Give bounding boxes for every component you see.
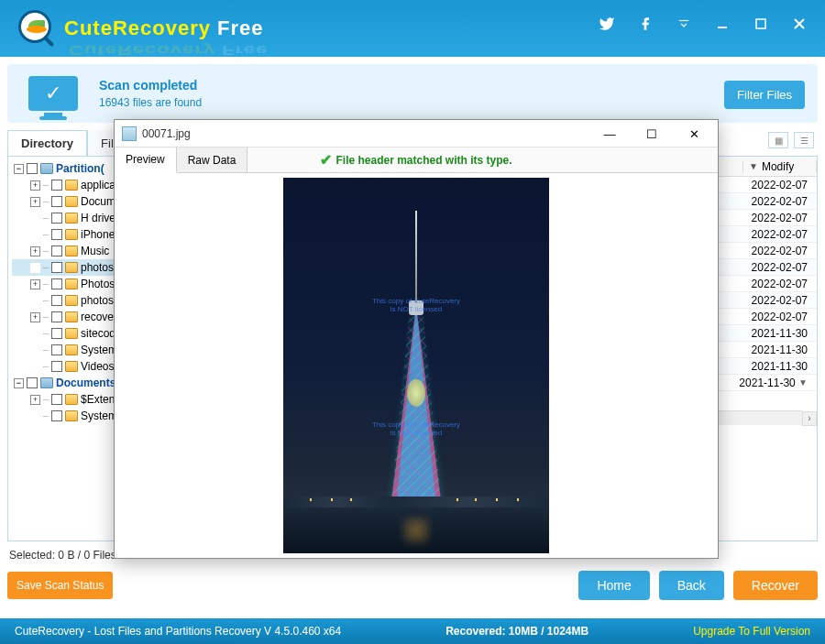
selected-status: Selected: 0 B / 0 Files. xyxy=(9,549,119,562)
scroll-right-icon[interactable]: › xyxy=(802,411,817,426)
checkbox[interactable] xyxy=(51,410,62,421)
expander-icon xyxy=(30,296,40,306)
save-scan-button[interactable]: Save Scan Status xyxy=(7,572,113,599)
tree-label: Partition( xyxy=(56,162,104,175)
checkbox[interactable] xyxy=(51,394,62,405)
drive-icon xyxy=(40,163,53,174)
expander-icon xyxy=(30,411,40,421)
action-bar: Save Scan Status Home Back Recover xyxy=(7,571,818,600)
status-message: File header matched with its type. xyxy=(336,154,512,167)
facebook-icon[interactable] xyxy=(636,15,654,33)
app-logo: CuteRecovery Free CuteRecovery Free xyxy=(18,10,264,47)
close-icon[interactable] xyxy=(790,15,808,33)
expander-icon xyxy=(30,230,40,240)
svg-rect-2 xyxy=(756,19,765,28)
maximize-icon[interactable] xyxy=(752,15,770,33)
tree-label: Documents xyxy=(56,377,116,389)
filter-files-button[interactable]: Filter Files xyxy=(724,81,805,109)
app-title-reflection: CuteRecovery Free xyxy=(69,42,269,59)
dialog-tabs: Preview Raw Data xyxy=(115,147,248,172)
preview-image: This copy of CuteRecoveryis NOT licensed… xyxy=(283,178,549,553)
expander-icon[interactable]: + xyxy=(30,279,40,289)
expander-icon xyxy=(30,362,40,372)
dialog-titlebar[interactable]: 00071.jpg — ☐ ✕ xyxy=(115,120,718,147)
checkbox[interactable] xyxy=(51,361,62,372)
expander-icon xyxy=(30,213,40,224)
drive-icon xyxy=(40,377,53,388)
preview-dialog: 00071.jpg — ☐ ✕ Preview Raw Data ✔ File … xyxy=(114,119,719,559)
folder-icon xyxy=(65,213,78,224)
dropdown-icon[interactable] xyxy=(675,15,693,33)
minimize-icon[interactable] xyxy=(713,15,732,33)
checkbox[interactable] xyxy=(51,246,62,257)
view-toggles: ▦ ☰ xyxy=(768,132,814,148)
dialog-maximize-icon[interactable]: ☐ xyxy=(632,124,672,144)
check-icon: ✔ xyxy=(320,151,332,169)
tab-preview[interactable]: Preview xyxy=(115,147,177,173)
checkbox[interactable] xyxy=(51,196,62,207)
view-list-icon[interactable]: ☰ xyxy=(794,132,814,148)
column-modify-label: Modify xyxy=(762,160,794,173)
expander-icon[interactable]: + xyxy=(30,395,40,405)
scan-status-banner: ✓ Scan completed 16943 files are found F… xyxy=(7,64,818,123)
folder-icon xyxy=(65,344,78,355)
dialog-minimize-icon[interactable]: — xyxy=(589,124,630,144)
dialog-status-bar: Preview Raw Data ✔ File header matched w… xyxy=(115,147,718,173)
image-watermark: This copy of CuteRecoveryis NOT licensed xyxy=(372,420,460,437)
tree-label: H drive xyxy=(81,212,116,224)
checkbox[interactable] xyxy=(51,213,62,224)
checkbox[interactable] xyxy=(51,311,62,322)
checkbox[interactable] xyxy=(27,377,38,388)
scan-title: Scan completed xyxy=(99,78,202,93)
sort-down-icon: ▼ xyxy=(749,161,758,171)
checkbox[interactable] xyxy=(51,229,62,240)
expander-icon xyxy=(30,263,40,273)
app-header: CuteRecovery Free CuteRecovery Free xyxy=(0,0,825,57)
checkbox[interactable] xyxy=(51,344,62,355)
expander-icon[interactable]: + xyxy=(30,180,40,191)
folder-icon xyxy=(65,262,78,273)
expander-icon xyxy=(30,329,40,339)
window-controls xyxy=(598,15,808,33)
scan-files-found: 16943 files are found xyxy=(99,96,202,109)
footer-recovered: Recovered: 10MB / 1024MB xyxy=(446,625,588,638)
checkbox[interactable] xyxy=(51,278,62,289)
nav-buttons: Home Back Recover xyxy=(578,571,818,600)
tab-raw-data[interactable]: Raw Data xyxy=(177,147,248,172)
app-logo-icon xyxy=(18,10,55,47)
folder-icon xyxy=(65,196,78,207)
tab-directory[interactable]: Directory xyxy=(7,130,87,156)
tree-label: System xyxy=(81,409,117,422)
folder-icon xyxy=(65,229,78,240)
file-icon xyxy=(122,126,137,141)
tree-label: Videos xyxy=(81,360,114,373)
dialog-status-text: ✔ File header matched with its type. xyxy=(320,151,512,169)
expander-icon xyxy=(30,345,40,355)
footer-version: CuteRecovery - Lost Files and Partitions… xyxy=(15,625,341,638)
view-grid-icon[interactable]: ▦ xyxy=(768,132,788,148)
scan-text: Scan completed 16943 files are found xyxy=(99,78,202,109)
dialog-close-icon[interactable]: ✕ xyxy=(674,124,714,144)
folder-icon xyxy=(65,410,78,421)
back-button[interactable]: Back xyxy=(659,571,724,600)
home-button[interactable]: Home xyxy=(578,571,649,600)
checkbox[interactable] xyxy=(51,262,62,273)
folder-icon xyxy=(65,311,78,322)
folder-icon xyxy=(65,295,78,306)
expander-icon[interactable]: − xyxy=(14,378,24,388)
checkbox[interactable] xyxy=(51,180,62,191)
recover-button[interactable]: Recover xyxy=(733,571,818,600)
folder-icon xyxy=(65,278,78,289)
expander-icon[interactable]: + xyxy=(30,312,40,322)
upgrade-link[interactable]: Upgrade To Full Version xyxy=(693,625,810,638)
twitter-icon[interactable] xyxy=(598,15,616,33)
checkbox[interactable] xyxy=(27,163,38,174)
checkbox[interactable] xyxy=(51,328,62,339)
checkbox[interactable] xyxy=(51,295,62,306)
column-modify[interactable]: ▼Modify xyxy=(743,160,817,173)
dialog-title: 00071.jpg xyxy=(142,127,191,140)
expander-icon[interactable]: − xyxy=(14,164,24,174)
expander-icon[interactable]: + xyxy=(30,246,40,257)
expander-icon[interactable]: + xyxy=(30,197,40,207)
folder-icon xyxy=(65,361,78,372)
